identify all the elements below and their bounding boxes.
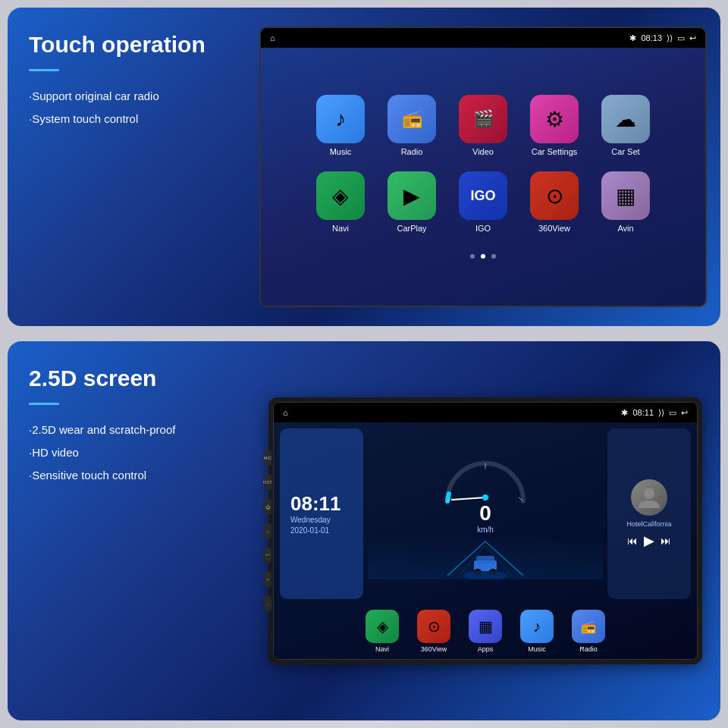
device-outer: MIC RST ⏻ ⌂ ↩ + - ⌂ ✱ 08:11 ⟩⟩: [268, 397, 702, 664]
dock-apps[interactable]: ▦ Apps: [469, 610, 502, 653]
bottom-screen-area: MIC RST ⏻ ⌂ ↩ + - ⌂ ✱ 08:11 ⟩⟩: [258, 341, 720, 720]
clock-widget: 08:11 Wednesday 2020-01-01: [280, 428, 363, 599]
speedometer-svg: [440, 448, 531, 509]
status-time: 08:13: [641, 33, 662, 42]
svg-line-3: [452, 497, 485, 500]
bottom-feature-1: ·2.5D wear and scratch-proof: [29, 419, 237, 441]
prev-button[interactable]: ⏮: [627, 535, 638, 547]
bottom-feature-2: ·HD video: [29, 441, 237, 464]
bottom-panel: 2.5D screen ·2.5D wear and scratch-proof…: [8, 341, 720, 720]
top-panel-text: Touch operation ·Support original car ra…: [8, 8, 258, 326]
dot-3: [491, 254, 496, 259]
side-btn-power[interactable]: ⏻: [264, 499, 271, 514]
dock-radio[interactable]: 📻 Radio: [572, 610, 605, 653]
music-label: Music: [330, 147, 352, 156]
play-button[interactable]: ▶: [644, 532, 654, 549]
dock-360view-icon: ⊙: [417, 610, 450, 643]
signal-icon: ⟩⟩: [667, 33, 673, 43]
navi-label: Navi: [332, 224, 349, 233]
device-frame-bottom: ⌂ ✱ 08:11 ⟩⟩ ▭ ↩ 08:11: [273, 402, 698, 660]
igo-icon: IGO: [459, 171, 507, 220]
app-row-2: ◈ Navi ▶ CarPlay IGO IGO ⊙ 360View: [316, 171, 650, 233]
app-avin[interactable]: ▦ Avin: [601, 171, 650, 233]
app-navi[interactable]: ◈ Navi: [316, 171, 365, 233]
360view-icon: ⊙: [530, 171, 579, 220]
app-360view[interactable]: ⊙ 360View: [530, 171, 579, 233]
app-carsettings[interactable]: ⚙ Car Settings: [530, 95, 579, 156]
bottom-feature-3: ·Sensitive touch control: [29, 464, 237, 487]
video-label: Video: [472, 147, 494, 156]
dock-music-icon: ♪: [520, 610, 554, 643]
status-bar-bottom: ⌂ ✱ 08:11 ⟩⟩ ▭ ↩: [274, 403, 697, 422]
back-icon: ↩: [689, 33, 696, 43]
side-btn-voldn[interactable]: -: [264, 596, 271, 611]
music-widget: HotelCalifornia ⏮ ▶ ⏭: [607, 428, 691, 599]
app-video[interactable]: 🎬 Video: [459, 95, 507, 156]
dock-navi-label: Navi: [375, 645, 389, 653]
dash-dock: ◈ Navi ⊙ 360View ▦ Apps ♪: [274, 605, 697, 660]
side-buttons: MIC RST ⏻ ⌂ ↩ + -: [264, 450, 271, 611]
speedometer-area: 0 km/h: [368, 428, 603, 599]
home-icon: ⌂: [270, 33, 275, 42]
dock-radio-icon: 📻: [572, 610, 605, 643]
svg-point-14: [644, 488, 654, 499]
avin-icon: ▦: [601, 171, 650, 220]
side-btn-back[interactable]: ↩: [264, 548, 271, 563]
dock-radio-label: Radio: [579, 645, 598, 653]
app-music[interactable]: ♪ Music: [316, 95, 365, 156]
pagination: [470, 254, 496, 259]
feature-2: ·System touch control: [29, 108, 237, 130]
car-road-visual: [368, 534, 603, 579]
app-grid: ♪ Music 📻 Radio 🎬 Video ⚙ Car Settings: [261, 48, 705, 306]
bt-icon-bottom: ✱: [621, 408, 628, 418]
music-avatar: [631, 479, 667, 516]
dashboard-screen: 08:11 Wednesday 2020-01-01: [274, 422, 697, 660]
carplay-icon: ▶: [388, 171, 436, 220]
back-bottom: ↩: [681, 408, 688, 418]
bottom-panel-text: 2.5D screen ·2.5D wear and scratch-proof…: [8, 341, 258, 720]
dot-2: [481, 254, 485, 259]
music-controls: ⏮ ▶ ⏭: [627, 532, 671, 549]
carsettings-icon: ⚙: [530, 95, 579, 143]
app-carplay[interactable]: ▶ CarPlay: [388, 171, 436, 233]
battery-bottom: ▭: [669, 408, 676, 418]
top-title-underline: [29, 69, 59, 71]
top-panel-title: Touch operation: [29, 32, 237, 58]
next-button[interactable]: ⏭: [661, 535, 671, 547]
app-carset[interactable]: ☁ Car Set: [601, 95, 650, 156]
avin-label: Avin: [617, 224, 633, 233]
feature-1: ·Support original car radio: [29, 85, 237, 108]
dock-360view-label: 360View: [421, 645, 447, 653]
carset-label: Car Set: [611, 147, 639, 156]
home-icon-bottom: ⌂: [283, 408, 288, 417]
carset-icon: ☁: [601, 95, 650, 143]
side-btn-mic[interactable]: MIC: [264, 450, 271, 466]
dock-apps-icon: ▦: [469, 610, 502, 643]
music-title: HotelCalifornia: [626, 520, 671, 528]
svg-rect-10: [476, 556, 494, 563]
device-frame-top: ⌂ ✱ 08:13 ⟩⟩ ▭ ↩ ♪ Music: [259, 27, 707, 307]
speed-unit: km/h: [477, 526, 494, 534]
app-igo[interactable]: IGO IGO: [459, 171, 507, 233]
dock-navi[interactable]: ◈ Navi: [366, 610, 399, 653]
carplay-label: CarPlay: [397, 224, 426, 233]
clock-time: 08:11: [290, 494, 353, 513]
side-btn-home[interactable]: ⌂: [264, 523, 271, 538]
svg-point-4: [482, 494, 488, 500]
side-btn-rst[interactable]: RST: [264, 475, 271, 490]
igo-label: IGO: [475, 224, 491, 233]
dot-1: [470, 254, 475, 259]
dock-360view[interactable]: ⊙ 360View: [417, 610, 450, 653]
bottom-panel-features: ·2.5D wear and scratch-proof ·HD video ·…: [29, 419, 237, 487]
side-btn-volup[interactable]: +: [264, 572, 271, 587]
dock-music[interactable]: ♪ Music: [520, 610, 554, 653]
music-icon: ♪: [316, 95, 365, 143]
navi-icon: ◈: [316, 171, 365, 220]
bluetooth-icon: ✱: [629, 33, 636, 43]
app-radio[interactable]: 📻 Radio: [388, 95, 436, 156]
time-bottom: 08:11: [632, 408, 654, 417]
video-icon: 🎬: [459, 95, 507, 143]
top-panel-features: ·Support original car radio ·System touc…: [29, 85, 237, 130]
bottom-panel-title: 2.5D screen: [29, 366, 237, 392]
clock-day: Wednesday: [290, 516, 353, 524]
